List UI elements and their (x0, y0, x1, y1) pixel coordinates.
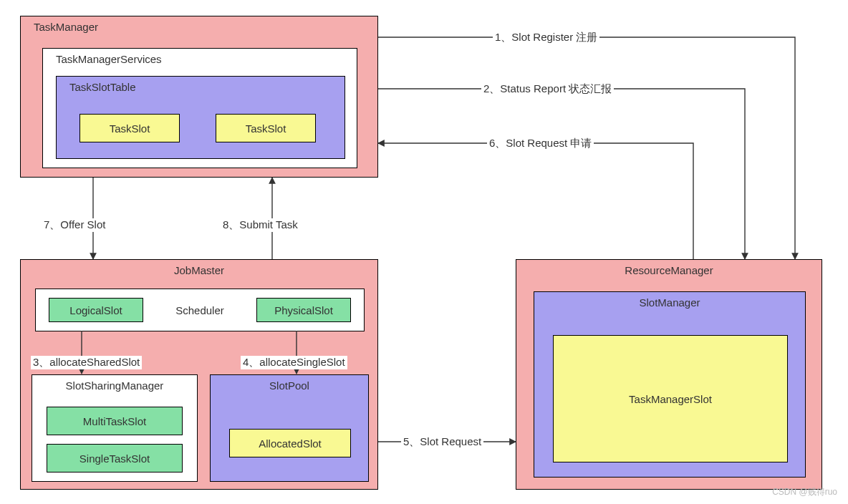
slot-manager-box: SlotManager TaskManagerSlot (534, 291, 806, 478)
physical-slot-box: PhysicalSlot (256, 298, 351, 322)
arrow-2 (378, 89, 745, 259)
task-manager-slot-label: TaskManagerSlot (629, 393, 712, 405)
edge-label-4: 4、allocateSingleSlot (241, 356, 347, 369)
single-task-slot-label: SingleTaskSlot (80, 452, 150, 465)
task-manager-services-title: TaskManagerServices (43, 49, 357, 69)
resource-manager-box: ResourceManager SlotManager TaskManagerS… (516, 259, 822, 490)
slot-sharing-manager-title: SlotSharingManager (32, 375, 197, 396)
slot-pool-box: SlotPool AllocatedSlot (210, 374, 369, 482)
task-manager-box: TaskManager TaskManagerServices TaskSlot… (20, 16, 378, 178)
scheduler-label: Scheduler (175, 304, 224, 316)
edge-label-7: 7、Offer Slot (42, 218, 107, 232)
job-master-title: JobMaster (21, 260, 377, 281)
allocated-slot-box: AllocatedSlot (229, 429, 351, 457)
task-manager-title: TaskManager (21, 16, 377, 37)
task-slot-2-box: TaskSlot (216, 114, 316, 142)
logical-slot-label: LogicalSlot (69, 304, 122, 316)
allocated-slot-label: AllocatedSlot (259, 437, 322, 450)
job-master-box: JobMaster LogicalSlot Scheduler Physical… (20, 259, 378, 490)
multi-task-slot-box: MultiTaskSlot (47, 407, 183, 435)
resource-manager-title: ResourceManager (516, 260, 822, 281)
multi-task-slot-label: MultiTaskSlot (83, 415, 146, 427)
physical-slot-label: PhysicalSlot (274, 304, 333, 316)
edge-label-2: 2、Status Report 状态汇报 (481, 82, 614, 96)
arrow-6 (378, 143, 693, 259)
scheduler-box: LogicalSlot Scheduler PhysicalSlot (35, 289, 365, 331)
slot-sharing-manager-box: SlotSharingManager MultiTaskSlot SingleT… (32, 374, 198, 482)
task-slot-2-label: TaskSlot (246, 122, 286, 135)
task-slot-table-title: TaskSlotTable (57, 77, 344, 97)
task-slot-table-box: TaskSlotTable TaskSlot TaskSlot (56, 76, 345, 159)
slot-manager-title: SlotManager (534, 292, 805, 313)
task-manager-services-box: TaskManagerServices TaskSlotTable TaskSl… (42, 48, 357, 168)
watermark: CSDN @贱得ruo (772, 486, 837, 498)
edge-label-1: 1、Slot Register 注册 (493, 31, 599, 44)
edge-label-3: 3、allocateSharedSlot (31, 356, 142, 369)
edge-label-8: 8、Submit Task (221, 218, 300, 232)
edge-label-5: 5、Slot Request (401, 435, 483, 449)
task-slot-1-label: TaskSlot (110, 122, 150, 135)
edge-label-6: 6、Slot Request 申请 (487, 137, 594, 150)
single-task-slot-box: SingleTaskSlot (47, 444, 183, 472)
task-manager-slot-box: TaskManagerSlot (553, 335, 788, 462)
slot-pool-title: SlotPool (211, 375, 368, 396)
task-slot-1-box: TaskSlot (80, 114, 180, 142)
logical-slot-box: LogicalSlot (49, 298, 143, 322)
